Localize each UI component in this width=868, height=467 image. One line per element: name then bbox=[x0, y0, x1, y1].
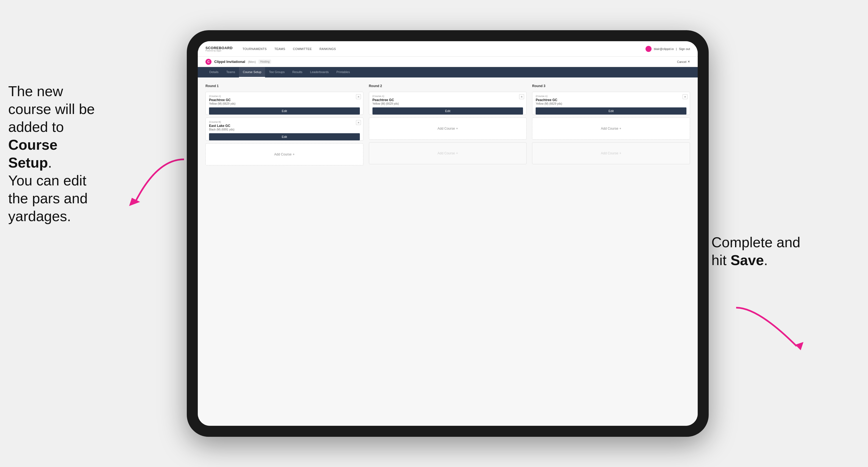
nav-rankings[interactable]: RANKINGS bbox=[319, 47, 336, 51]
course-tag-r1-a: (Course A) bbox=[209, 95, 360, 97]
course-tag-r1-b: (Course B) bbox=[209, 121, 360, 123]
course-tag-r3-a: (Course A) bbox=[536, 95, 686, 97]
sub-nav: C Clippd Invitational (Men) Hosting Canc… bbox=[198, 57, 698, 67]
sub-nav-left: C Clippd Invitational (Men) Hosting bbox=[206, 59, 271, 65]
tab-tee-groups[interactable]: Tee Groups bbox=[265, 67, 288, 77]
delete-r1-a-button[interactable]: ✕ bbox=[356, 94, 361, 99]
edit-r3-a-button[interactable]: Edit bbox=[536, 107, 686, 115]
round-3-column: Round 3 ✕ (Course A) Peachtree GC Yellow… bbox=[532, 84, 690, 165]
tablet-screen: SCOREBOARD Powered by clippd TOURNAMENTS… bbox=[198, 41, 698, 426]
course-details-r3-a: Yellow (M) (6629 yds) bbox=[536, 102, 686, 105]
right-annotation: Complete and hit Save. bbox=[711, 234, 808, 269]
delete-r2-a-button[interactable]: ✕ bbox=[519, 94, 524, 99]
cancel-button[interactable]: Cancel ✕ bbox=[677, 60, 690, 63]
left-annotation: The new course will be added to Course S… bbox=[8, 83, 102, 225]
add-course-r3-disabled: Add Course + bbox=[532, 142, 690, 164]
round-1-label: Round 1 bbox=[206, 84, 363, 88]
add-course-r3-button[interactable]: Add Course + bbox=[532, 118, 690, 139]
round-1-column: Round 1 ✕ (Course A) Peachtree GC Yellow… bbox=[206, 84, 363, 165]
round-2-label: Round 2 bbox=[369, 84, 527, 88]
hosting-badge: Hosting bbox=[258, 60, 271, 64]
top-nav-links: TOURNAMENTS TEAMS COMMITTEE RANKINGS bbox=[243, 47, 336, 51]
course-details-r2-a: Yellow (M) (6629 yds) bbox=[372, 102, 523, 105]
course-card-r2-a: ✕ (Course A) Peachtree GC Yellow (M) (66… bbox=[369, 92, 527, 115]
add-course-r2-button[interactable]: Add Course + bbox=[369, 118, 527, 139]
course-card-r1-b: ✕ (Course B) East Lake GC Black (M) (689… bbox=[206, 118, 363, 141]
user-email: blair@clippd.io bbox=[654, 47, 674, 51]
tab-details[interactable]: Details bbox=[206, 67, 222, 77]
nav-teams[interactable]: TEAMS bbox=[274, 47, 285, 51]
tournament-gender: (Men) bbox=[248, 60, 256, 63]
edit-r1-a-button[interactable]: Edit bbox=[209, 107, 360, 115]
course-tag-r2-a: (Course A) bbox=[372, 95, 523, 97]
top-nav: SCOREBOARD Powered by clippd TOURNAMENTS… bbox=[198, 41, 698, 57]
add-course-r1-button[interactable]: Add Course + bbox=[206, 144, 363, 165]
rounds-grid: Round 1 ✕ (Course A) Peachtree GC Yellow… bbox=[206, 84, 690, 165]
course-card-r1-a: ✕ (Course A) Peachtree GC Yellow (M) (66… bbox=[206, 92, 363, 115]
tablet-frame: SCOREBOARD Powered by clippd TOURNAMENTS… bbox=[187, 30, 709, 437]
scoreboard-logo: SCOREBOARD Powered by clippd bbox=[206, 46, 232, 52]
right-arrow bbox=[731, 302, 818, 357]
left-arrow bbox=[102, 154, 189, 209]
sign-out-link[interactable]: Sign out bbox=[679, 47, 690, 51]
top-nav-right: blair@clippd.io | Sign out bbox=[646, 46, 690, 52]
tab-results[interactable]: Results bbox=[288, 67, 306, 77]
tab-leaderboards[interactable]: Leaderboards bbox=[306, 67, 333, 77]
tab-bar: Details Teams Course Setup Tee Groups Re… bbox=[198, 67, 698, 77]
nav-tournaments[interactable]: TOURNAMENTS bbox=[243, 47, 267, 51]
tab-teams[interactable]: Teams bbox=[222, 67, 239, 77]
tab-printables[interactable]: Printables bbox=[333, 67, 354, 77]
course-details-r1-b: Black (M) (6891 yds) bbox=[209, 128, 360, 131]
nav-committee[interactable]: COMMITTEE bbox=[293, 47, 312, 51]
delete-r1-b-button[interactable]: ✕ bbox=[356, 120, 361, 125]
course-name-r1-b: East Lake GC bbox=[209, 124, 360, 128]
course-name-r2-a: Peachtree GC bbox=[372, 98, 523, 102]
course-details-r1-a: Yellow (M) (6629 yds) bbox=[209, 102, 360, 105]
delete-r3-a-button[interactable]: ✕ bbox=[683, 94, 687, 99]
edit-r2-a-button[interactable]: Edit bbox=[372, 107, 523, 115]
edit-r1-b-button[interactable]: Edit bbox=[209, 133, 360, 141]
round-3-label: Round 3 bbox=[532, 84, 690, 88]
course-name-r1-a: Peachtree GC bbox=[209, 98, 360, 102]
user-avatar bbox=[646, 46, 652, 52]
tournament-name: Clippd Invitational bbox=[214, 60, 245, 64]
add-course-r2-disabled: Add Course + bbox=[369, 142, 527, 164]
top-nav-left: SCOREBOARD Powered by clippd TOURNAMENTS… bbox=[206, 46, 336, 52]
round-2-column: Round 2 ✕ (Course A) Peachtree GC Yellow… bbox=[369, 84, 527, 165]
tab-course-setup[interactable]: Course Setup bbox=[239, 67, 265, 77]
main-content: Round 1 ✕ (Course A) Peachtree GC Yellow… bbox=[198, 77, 698, 426]
svg-marker-0 bbox=[129, 198, 140, 206]
clippd-logo: C bbox=[206, 59, 212, 65]
course-card-r3-a: ✕ (Course A) Peachtree GC Yellow (M) (66… bbox=[532, 92, 690, 115]
course-name-r3-a: Peachtree GC bbox=[536, 98, 686, 102]
